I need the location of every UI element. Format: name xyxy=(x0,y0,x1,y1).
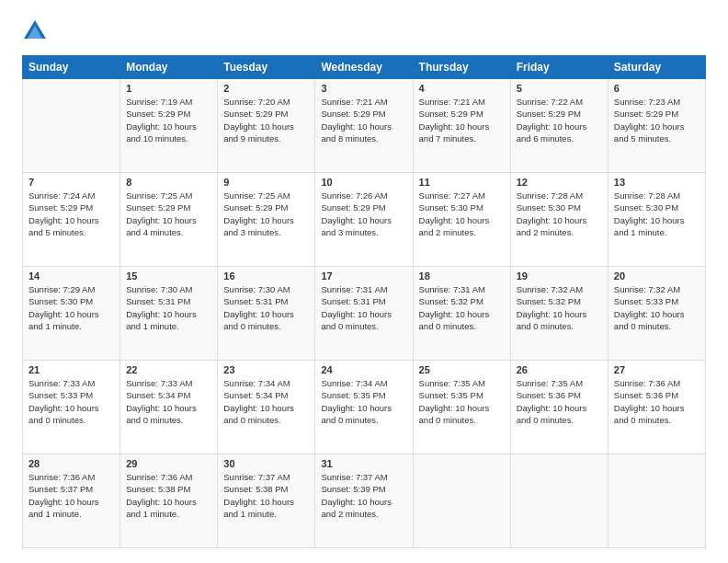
calendar-header-sunday: Sunday xyxy=(23,56,120,79)
calendar-week-2: 14Sunrise: 7:29 AMSunset: 5:30 PMDayligh… xyxy=(23,267,706,361)
calendar-day: 1Sunrise: 7:19 AMSunset: 5:29 PMDaylight… xyxy=(120,79,218,173)
calendar-day: 22Sunrise: 7:33 AMSunset: 5:34 PMDayligh… xyxy=(120,361,218,454)
day-info: Sunrise: 7:22 AMSunset: 5:29 PMDaylight:… xyxy=(517,96,602,144)
day-info: Sunrise: 7:32 AMSunset: 5:33 PMDaylight:… xyxy=(614,283,700,332)
calendar-day: 14Sunrise: 7:29 AMSunset: 5:30 PMDayligh… xyxy=(23,267,120,361)
day-number: 26 xyxy=(517,364,602,375)
calendar-header-monday: Monday xyxy=(120,56,218,79)
calendar-day: 23Sunrise: 7:34 AMSunset: 5:34 PMDayligh… xyxy=(218,361,315,454)
calendar-day: 21Sunrise: 7:33 AMSunset: 5:33 PMDayligh… xyxy=(23,361,120,454)
day-info: Sunrise: 7:37 AMSunset: 5:39 PMDaylight:… xyxy=(321,471,406,520)
day-info: Sunrise: 7:23 AMSunset: 5:29 PMDaylight:… xyxy=(614,96,700,144)
day-info: Sunrise: 7:36 AMSunset: 5:38 PMDaylight:… xyxy=(126,471,211,520)
calendar-header-wednesday: Wednesday xyxy=(315,56,413,79)
page: SundayMondayTuesdayWednesdayThursdayFrid… xyxy=(0,0,728,563)
calendar-day: 8Sunrise: 7:25 AMSunset: 5:29 PMDaylight… xyxy=(120,173,218,267)
calendar-day: 26Sunrise: 7:35 AMSunset: 5:36 PMDayligh… xyxy=(510,361,608,454)
calendar-day xyxy=(608,454,705,548)
calendar-day: 13Sunrise: 7:28 AMSunset: 5:30 PMDayligh… xyxy=(608,173,705,267)
calendar-day: 16Sunrise: 7:30 AMSunset: 5:31 PMDayligh… xyxy=(218,267,315,361)
day-number: 4 xyxy=(419,83,505,94)
calendar-day: 2Sunrise: 7:20 AMSunset: 5:29 PMDaylight… xyxy=(218,79,315,173)
day-number: 16 xyxy=(223,270,309,282)
day-number: 2 xyxy=(223,83,309,94)
day-info: Sunrise: 7:30 AMSunset: 5:31 PMDaylight:… xyxy=(126,283,211,332)
day-number: 8 xyxy=(126,177,211,188)
day-info: Sunrise: 7:34 AMSunset: 5:35 PMDaylight:… xyxy=(321,377,406,426)
calendar-day: 19Sunrise: 7:32 AMSunset: 5:32 PMDayligh… xyxy=(510,267,608,361)
day-number: 23 xyxy=(223,364,309,375)
day-number: 5 xyxy=(517,83,602,94)
day-info: Sunrise: 7:36 AMSunset: 5:36 PMDaylight:… xyxy=(614,377,700,426)
calendar-day: 18Sunrise: 7:31 AMSunset: 5:32 PMDayligh… xyxy=(413,267,510,361)
calendar-day: 30Sunrise: 7:37 AMSunset: 5:38 PMDayligh… xyxy=(218,454,315,548)
day-info: Sunrise: 7:31 AMSunset: 5:32 PMDaylight:… xyxy=(419,283,505,332)
calendar-day: 4Sunrise: 7:21 AMSunset: 5:29 PMDaylight… xyxy=(413,79,510,173)
day-info: Sunrise: 7:36 AMSunset: 5:37 PMDaylight:… xyxy=(28,471,114,520)
calendar-day xyxy=(413,454,510,548)
calendar-day: 12Sunrise: 7:28 AMSunset: 5:30 PMDayligh… xyxy=(510,173,608,267)
logo xyxy=(22,18,51,44)
day-info: Sunrise: 7:33 AMSunset: 5:33 PMDaylight:… xyxy=(28,377,114,426)
day-number: 30 xyxy=(223,458,309,469)
calendar-day: 15Sunrise: 7:30 AMSunset: 5:31 PMDayligh… xyxy=(120,267,218,361)
calendar-day: 20Sunrise: 7:32 AMSunset: 5:33 PMDayligh… xyxy=(608,267,705,361)
calendar-week-1: 7Sunrise: 7:24 AMSunset: 5:29 PMDaylight… xyxy=(23,173,706,267)
calendar-week-4: 28Sunrise: 7:36 AMSunset: 5:37 PMDayligh… xyxy=(23,454,706,548)
day-number: 25 xyxy=(419,364,505,375)
calendar-day: 27Sunrise: 7:36 AMSunset: 5:36 PMDayligh… xyxy=(608,361,705,454)
calendar-day: 31Sunrise: 7:37 AMSunset: 5:39 PMDayligh… xyxy=(315,454,413,548)
day-info: Sunrise: 7:37 AMSunset: 5:38 PMDaylight:… xyxy=(223,471,309,520)
day-info: Sunrise: 7:35 AMSunset: 5:36 PMDaylight:… xyxy=(517,377,602,426)
calendar-header-thursday: Thursday xyxy=(413,56,510,79)
day-info: Sunrise: 7:32 AMSunset: 5:32 PMDaylight:… xyxy=(517,283,602,332)
day-number: 7 xyxy=(28,177,114,188)
day-info: Sunrise: 7:20 AMSunset: 5:29 PMDaylight:… xyxy=(223,96,309,144)
calendar-day: 28Sunrise: 7:36 AMSunset: 5:37 PMDayligh… xyxy=(23,454,120,548)
day-number: 14 xyxy=(28,270,114,282)
day-info: Sunrise: 7:27 AMSunset: 5:30 PMDaylight:… xyxy=(419,190,505,238)
calendar-header-tuesday: Tuesday xyxy=(218,56,315,79)
calendar-day: 7Sunrise: 7:24 AMSunset: 5:29 PMDaylight… xyxy=(23,173,120,267)
day-number: 11 xyxy=(419,177,505,188)
day-info: Sunrise: 7:26 AMSunset: 5:29 PMDaylight:… xyxy=(321,190,406,238)
day-info: Sunrise: 7:25 AMSunset: 5:29 PMDaylight:… xyxy=(126,190,211,238)
calendar-day: 25Sunrise: 7:35 AMSunset: 5:35 PMDayligh… xyxy=(413,361,510,454)
calendar-week-3: 21Sunrise: 7:33 AMSunset: 5:33 PMDayligh… xyxy=(23,361,706,454)
day-number: 13 xyxy=(614,177,700,188)
calendar-table: SundayMondayTuesdayWednesdayThursdayFrid… xyxy=(22,55,706,548)
day-info: Sunrise: 7:21 AMSunset: 5:29 PMDaylight:… xyxy=(321,96,406,144)
day-info: Sunrise: 7:19 AMSunset: 5:29 PMDaylight:… xyxy=(126,96,211,144)
calendar-header-saturday: Saturday xyxy=(608,56,705,79)
day-info: Sunrise: 7:31 AMSunset: 5:31 PMDaylight:… xyxy=(321,283,406,332)
day-info: Sunrise: 7:34 AMSunset: 5:34 PMDaylight:… xyxy=(223,377,309,426)
calendar-day: 24Sunrise: 7:34 AMSunset: 5:35 PMDayligh… xyxy=(315,361,413,454)
day-number: 18 xyxy=(419,270,505,282)
calendar-day xyxy=(510,454,608,548)
day-number: 28 xyxy=(28,458,114,469)
calendar-day: 10Sunrise: 7:26 AMSunset: 5:29 PMDayligh… xyxy=(315,173,413,267)
day-info: Sunrise: 7:24 AMSunset: 5:29 PMDaylight:… xyxy=(28,190,114,238)
calendar-day: 5Sunrise: 7:22 AMSunset: 5:29 PMDaylight… xyxy=(510,79,608,173)
day-number: 3 xyxy=(321,83,406,94)
day-number: 29 xyxy=(126,458,211,469)
day-info: Sunrise: 7:25 AMSunset: 5:29 PMDaylight:… xyxy=(223,190,309,238)
calendar-day: 9Sunrise: 7:25 AMSunset: 5:29 PMDaylight… xyxy=(218,173,315,267)
day-number: 1 xyxy=(126,83,211,94)
day-info: Sunrise: 7:21 AMSunset: 5:29 PMDaylight:… xyxy=(419,96,505,144)
day-info: Sunrise: 7:28 AMSunset: 5:30 PMDaylight:… xyxy=(517,190,602,238)
logo-icon xyxy=(22,18,48,44)
day-info: Sunrise: 7:29 AMSunset: 5:30 PMDaylight:… xyxy=(28,283,114,332)
calendar-day: 6Sunrise: 7:23 AMSunset: 5:29 PMDaylight… xyxy=(608,79,705,173)
day-number: 22 xyxy=(126,364,211,375)
day-number: 19 xyxy=(517,270,602,282)
day-number: 12 xyxy=(517,177,602,188)
day-number: 15 xyxy=(126,270,211,282)
day-number: 31 xyxy=(321,458,406,469)
calendar-day: 29Sunrise: 7:36 AMSunset: 5:38 PMDayligh… xyxy=(120,454,218,548)
day-number: 20 xyxy=(614,270,700,282)
day-number: 21 xyxy=(28,364,114,375)
calendar-header-row: SundayMondayTuesdayWednesdayThursdayFrid… xyxy=(23,56,706,79)
day-number: 17 xyxy=(321,270,406,282)
day-info: Sunrise: 7:28 AMSunset: 5:30 PMDaylight:… xyxy=(614,190,700,238)
